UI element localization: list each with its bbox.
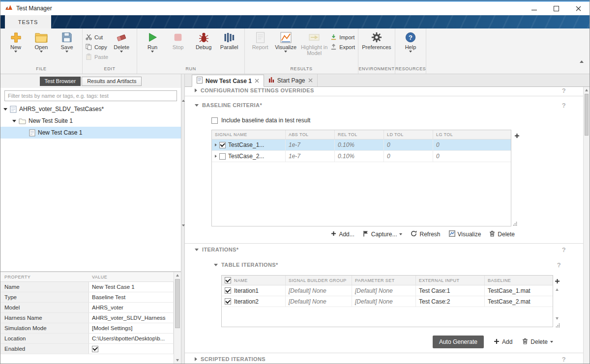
property-row[interactable]: Model AHRS_voter [0, 303, 174, 313]
column-header[interactable]: BASELINE [485, 276, 553, 285]
copy-button[interactable]: Copy [86, 43, 108, 51]
section-help-icon[interactable]: ? [562, 102, 566, 109]
column-header[interactable]: NAME [234, 278, 248, 283]
signal-builder-group-cell[interactable]: [Default] None [286, 296, 352, 307]
expander-down-icon[interactable] [12, 120, 16, 122]
property-value[interactable]: AHRS_voter_SLDV_Harness [89, 313, 174, 323]
tree-item-test-case[interactable]: New Test Case 1 [0, 127, 181, 139]
external-input-cell[interactable]: Test Case:2 [416, 296, 485, 307]
add-button[interactable]: Add... [331, 231, 354, 238]
visualize-button[interactable]: Visualize [273, 30, 298, 53]
external-input-cell[interactable]: Test Case:1 [416, 285, 485, 296]
ld-tol-cell[interactable]: 0 [384, 151, 433, 162]
paste-button[interactable]: Paste [86, 53, 108, 61]
property-scrollbar[interactable] [174, 272, 181, 364]
column-header[interactable]: PARAMETER SET [352, 276, 416, 285]
scroll-up-icon[interactable] [556, 288, 559, 291]
section-expanded-icon[interactable] [214, 264, 218, 266]
iteration-checkbox[interactable] [225, 287, 231, 294]
baseline-cell[interactable]: TestCase_1.mat [485, 285, 553, 296]
delete-iteration-button[interactable]: Delete [522, 338, 553, 346]
open-button[interactable]: Open [29, 30, 54, 53]
preferences-button[interactable]: Preferences [361, 30, 392, 50]
enabled-checkbox[interactable] [92, 346, 98, 352]
parallel-button[interactable]: Parallel [217, 30, 241, 50]
iteration-row[interactable]: Iteration1 [Default] None [Default] None… [222, 285, 553, 296]
column-header[interactable]: SIGNAL NAME [212, 130, 286, 139]
column-header[interactable]: LG TOL [433, 130, 511, 139]
baseline-cell[interactable]: TestCase_2.mat [485, 296, 553, 307]
tab-test-browser[interactable]: Test Browser [40, 77, 81, 86]
include-baseline-checkbox[interactable] [211, 117, 218, 124]
baseline-table-row[interactable]: TestCase_1... 1e-7 0.10% 0 0 [212, 140, 511, 151]
signal-checkbox[interactable] [219, 153, 226, 160]
collapse-toolstrip-button[interactable] [580, 60, 584, 63]
section-collapsed-icon[interactable] [195, 88, 197, 92]
signal-builder-group-cell[interactable]: [Default] None [286, 285, 352, 296]
signal-checkbox[interactable] [219, 142, 226, 148]
report-button[interactable]: Report [248, 30, 272, 50]
rel-tol-cell[interactable]: 0.10% [335, 140, 384, 150]
section-config-overrides[interactable]: CONFIGURATION SETTINGS OVERRIDES ? [185, 87, 590, 96]
iteration-row[interactable]: Iteration2 [Default] None [Default] None… [222, 296, 553, 307]
doc-tab-new-test-case[interactable]: New Test Case 1 [192, 75, 264, 87]
property-value[interactable]: New Test Case 1 [89, 282, 174, 292]
section-help-icon[interactable]: ? [557, 261, 561, 269]
ld-tol-cell[interactable]: 0 [384, 140, 433, 150]
row-expander-icon[interactable] [215, 143, 217, 146]
filter-tests-input[interactable] [4, 90, 177, 101]
section-scripted-iterations[interactable]: SCRIPTED ITERATIONS ? [185, 353, 590, 364]
section-baseline-criteria[interactable]: BASELINE CRITERIA* ? [185, 99, 590, 111]
section-help-icon[interactable]: ? [562, 246, 566, 253]
close-icon[interactable] [255, 78, 259, 84]
new-button[interactable]: New [3, 30, 28, 53]
export-button[interactable]: Export [330, 43, 355, 51]
import-button[interactable]: Import [330, 33, 355, 41]
property-value[interactable]: [Model Settings] [89, 323, 174, 333]
iteration-checkbox[interactable] [225, 298, 231, 305]
scroll-down-icon[interactable] [556, 317, 559, 320]
lg-tol-cell[interactable]: 0 [433, 140, 511, 150]
stop-button[interactable]: Stop [166, 30, 190, 50]
scroll-up-icon[interactable] [176, 274, 179, 277]
capture-button[interactable]: Capture... [363, 230, 403, 238]
add-iteration-button[interactable] [555, 277, 560, 286]
resize-grip[interactable] [513, 219, 517, 228]
scrollbar-thumb[interactable] [585, 94, 589, 136]
property-row[interactable]: Enabled [0, 344, 174, 354]
section-expanded-icon[interactable] [195, 104, 199, 107]
section-table-iterations[interactable]: TABLE ITERATIONS* ? [185, 259, 590, 270]
property-value[interactable]: Baseline Test [89, 292, 174, 302]
add-iteration-button[interactable]: Add [494, 338, 512, 346]
lg-tol-cell[interactable]: 0 [433, 151, 511, 162]
parameter-set-cell[interactable]: [Default] None [352, 296, 416, 307]
column-header[interactable]: ABS TOL [286, 130, 335, 139]
property-row[interactable]: Location C:\Users\bpotter\Desktop\b... [0, 334, 174, 344]
baseline-table-row[interactable]: TestCase_2... 1e-7 0.10% 0 0 [212, 151, 511, 162]
section-iterations[interactable]: ITERATIONS* ? [185, 244, 590, 255]
column-header[interactable]: SIGNAL BUILDER GROUP [286, 276, 352, 285]
highlight-in-model-button[interactable]: Highlight in Model [299, 30, 329, 56]
help-button[interactable]: ? Help [398, 30, 423, 53]
abs-tol-cell[interactable]: 1e-7 [286, 140, 335, 150]
row-expander-icon[interactable] [215, 155, 217, 158]
column-header[interactable]: LD TOL [384, 130, 433, 139]
section-expanded-icon[interactable] [195, 249, 199, 251]
column-header[interactable]: REL TOL [335, 130, 384, 139]
property-value[interactable]: C:\Users\bpotter\Desktop\b... [89, 334, 174, 343]
maximize-button[interactable] [545, 1, 567, 15]
tree-item-test-suite[interactable]: New Test Suite 1 [0, 115, 181, 127]
section-help-icon[interactable]: ? [562, 356, 566, 363]
property-row[interactable]: Type Baseline Test [0, 292, 174, 303]
run-button[interactable]: Run [140, 30, 165, 53]
save-button[interactable]: Save [55, 30, 79, 53]
scroll-down-icon[interactable] [176, 359, 179, 362]
column-header[interactable]: EXTERNAL INPUT [416, 276, 485, 285]
doc-tab-start-page[interactable]: Start Page [264, 74, 318, 86]
visualize-button[interactable]: Visualize [449, 230, 481, 238]
tree-item-test-file[interactable]: AHRS_voter_SLDV_TestCases* [0, 103, 181, 115]
property-row[interactable]: Harness Name AHRS_voter_SLDV_Harness [0, 313, 174, 323]
cut-button[interactable]: Cut [86, 33, 108, 41]
auto-generate-button[interactable]: Auto Generate [433, 336, 484, 348]
property-row[interactable]: Simulation Mode [Model Settings] [0, 323, 174, 334]
